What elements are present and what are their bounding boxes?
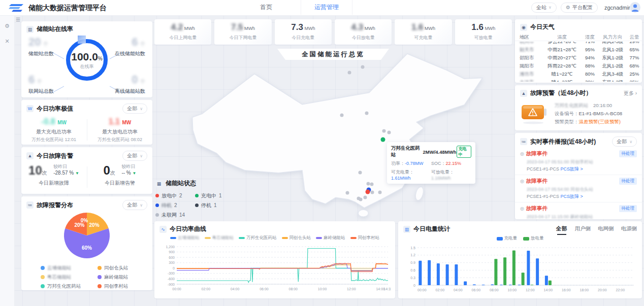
bar-充电量[interactable]: [518, 285, 521, 285]
platform-config-button[interactable]: ⚙ 平台配置: [561, 3, 598, 13]
tab-grid-side[interactable]: 电网侧: [598, 225, 614, 233]
station-dot[interactable]: [346, 191, 349, 195]
more-link[interactable]: 更多 ›: [624, 90, 637, 97]
site-selector[interactable]: 全站 ∨: [531, 3, 557, 13]
stat-unit: 个: [43, 41, 48, 47]
weather-wind: 北风3-4级: [598, 70, 627, 78]
chevron-right-icon[interactable]: >: [579, 194, 583, 199]
chevron-right-icon[interactable]: >: [579, 166, 583, 172]
x-tick-label: 20:00: [598, 288, 607, 292]
y-tick-label: 0: [413, 284, 415, 287]
bar-放电量[interactable]: [522, 273, 525, 285]
bar-充电量[interactable]: [482, 285, 485, 285]
station-dot[interactable]: [348, 71, 351, 75]
curve-legend-item[interactable]: 同创李村站: [350, 235, 380, 241]
status-badge: 充电中: [457, 146, 471, 158]
bar-充电量[interactable]: [418, 261, 422, 285]
x-tick-label: 06:00: [472, 288, 481, 292]
close-icon[interactable]: ✕: [4, 38, 11, 45]
bar-充电量[interactable]: [545, 276, 548, 285]
curve-legend-item[interactable]: 云埔储能站: [170, 235, 200, 241]
tab-all[interactable]: 全部: [556, 225, 568, 233]
trend-down-icon: ▼: [75, 171, 79, 176]
stat-card-label: 可放电量: [455, 35, 512, 41]
x-tick-label: 14:31: [383, 287, 391, 291]
label: 最大放电总功率: [87, 128, 152, 135]
legend-marker: [316, 237, 322, 239]
pie-legend-item[interactable]: 麻岭储能站: [98, 273, 153, 282]
pie-legend-item[interactable]: 粤芯储能站: [41, 273, 96, 282]
bar-充电量[interactable]: [428, 260, 431, 285]
station-dot[interactable]: [378, 191, 382, 194]
gear-icon[interactable]: ⚙: [4, 22, 11, 29]
tab-source-side[interactable]: 电源侧: [621, 225, 637, 233]
bar-充电量[interactable]: [446, 264, 449, 285]
weather-temp: 多云22~26℃: [543, 42, 582, 46]
event-status-badge: 待处理: [619, 205, 637, 212]
station-dot[interactable]: [364, 196, 367, 199]
curve-legend-item[interactable]: 同创仓头站: [282, 235, 311, 241]
station-dot[interactable]: [365, 112, 369, 115]
bar-充电量[interactable]: [509, 285, 512, 285]
station-dot[interactable]: [381, 138, 385, 142]
curve-legend-item[interactable]: 粤芯储能站: [205, 235, 234, 241]
bar-充电量[interactable]: [527, 251, 530, 285]
tooltip-spec: 2MW/4.48MWh: [423, 149, 457, 155]
filter-select[interactable]: 全部 ∨: [612, 137, 637, 147]
tab-home[interactable]: 首页: [250, 0, 282, 15]
station-dot[interactable]: [359, 198, 363, 201]
bar-legend-item[interactable]: 放电量: [523, 235, 544, 242]
bar-充电量[interactable]: [464, 282, 467, 285]
bar-放电量[interactable]: [503, 257, 506, 285]
bar-充电量[interactable]: [437, 263, 440, 285]
station-dot[interactable]: [388, 131, 391, 134]
bar-放电量[interactable]: [530, 285, 533, 285]
event-fault-link[interactable]: PCS故障: [561, 194, 579, 199]
weather-row: 大连市晴4~23℃39%东风1-2级25%: [515, 78, 642, 82]
warning-item[interactable]: 万邦生化医药站 20:16:00 设备编号：E1-#1-BMS-A-BC08 预…: [520, 101, 622, 126]
filter-select[interactable]: 全部 ∨: [122, 104, 147, 114]
stat-value: 6: [28, 73, 35, 86]
pie-legend-item[interactable]: 万邦生化医药站: [41, 282, 96, 291]
weather-temp: 中雨21~28℃: [543, 46, 582, 54]
device-code: E1-#1-BMS-A-BC08: [579, 111, 623, 116]
pie-legend-item[interactable]: 同创仓头站: [98, 263, 153, 273]
event-fault-link[interactable]: PCS故障: [561, 166, 579, 172]
bar-充电量[interactable]: [455, 264, 458, 285]
energy-stats-panel: ▥ 今日电量统计 全部 用户侧 电网侧 电源侧 充电量放电量 00.30.60.…: [398, 221, 642, 298]
stat-value-number: 7.5: [231, 22, 243, 32]
weather-rows-viewport[interactable]: 杭州市多云22~26℃71%南风2-3级29%韶关市中雨21~28℃95%北风1…: [515, 42, 642, 82]
station-dot[interactable]: [340, 114, 344, 117]
station-dot[interactable]: [367, 182, 370, 186]
tooltip-station: 万邦生化医药站: [391, 145, 422, 158]
filter-select[interactable]: 全部 ∨: [122, 151, 147, 161]
x-tick-label: 12:00: [526, 288, 535, 292]
event-status-badge: 待处理: [619, 178, 637, 185]
bar-充电量[interactable]: [536, 258, 539, 285]
bar-legend-item[interactable]: 充电量: [497, 235, 518, 242]
bar-充电量[interactable]: [491, 285, 494, 285]
fault-warning-panel: ▲ 故障预警（近48小时） 更多 › 万邦生化医药站 20:16:00 设备编号…: [515, 85, 642, 130]
avatar[interactable]: [630, 2, 640, 13]
station-dot[interactable]: [359, 171, 362, 175]
tab-operations[interactable]: 运营管理: [301, 0, 352, 15]
curve-legend-item[interactable]: 麻岭储能站: [316, 235, 345, 241]
bar-放电量[interactable]: [494, 259, 497, 285]
collapse-menu-icon[interactable]: ☰: [16, 17, 20, 22]
station-dot[interactable]: [382, 129, 386, 133]
pie-legend-item[interactable]: 同创李村站: [98, 282, 153, 291]
pie-legend-item[interactable]: 云埔储能站: [41, 263, 96, 273]
bar-放电量[interactable]: [549, 281, 552, 285]
bar-充电量[interactable]: [500, 285, 503, 285]
curve-legend-item[interactable]: 万邦生化医药站: [239, 235, 277, 241]
station-dot[interactable]: [361, 65, 365, 69]
station-dot[interactable]: [370, 183, 374, 186]
tab-user-side[interactable]: 用户侧: [575, 225, 591, 233]
bar-放电量[interactable]: [512, 250, 516, 285]
station-dot[interactable]: [371, 191, 374, 194]
max-charge-power: -0.8 MW 最大充电总功率 万邦生化医药站 12:01: [21, 117, 86, 143]
bar-充电量[interactable]: [473, 285, 476, 285]
filter-select[interactable]: 全部 ∨: [122, 200, 147, 210]
station-dot[interactable]: [366, 190, 370, 194]
status-dot: [195, 203, 199, 207]
